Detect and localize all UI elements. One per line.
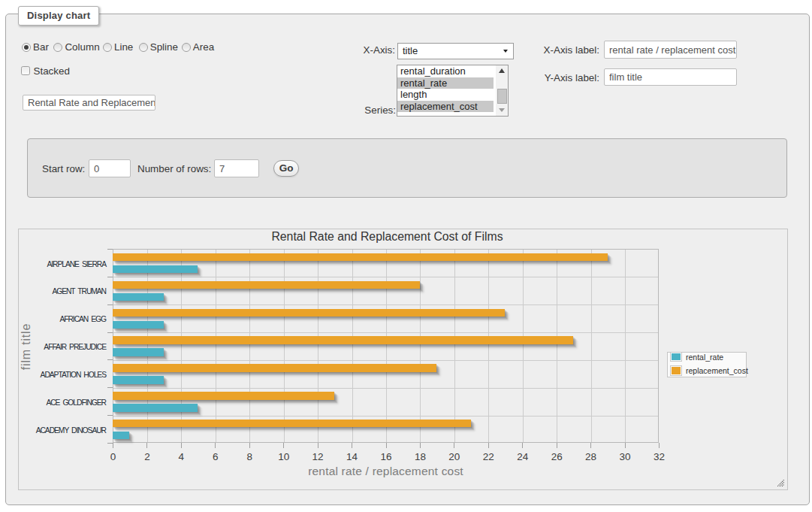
radio-label-spline: Spline bbox=[150, 41, 178, 53]
x-tick-mark bbox=[625, 443, 626, 448]
grid-line-x bbox=[557, 250, 557, 442]
grid-line-x bbox=[181, 250, 182, 442]
stacked-checkbox[interactable] bbox=[21, 66, 30, 75]
radio-bar[interactable] bbox=[22, 43, 31, 52]
y-tick-mark bbox=[107, 277, 113, 277]
x-tick-label: 10 bbox=[269, 451, 299, 462]
x-tick-mark bbox=[181, 443, 182, 448]
series-option-rental_rate[interactable]: rental_rate bbox=[397, 77, 494, 89]
chart-type-option-area: Area bbox=[182, 41, 214, 53]
chart-legend: rental_ratereplacement_cost bbox=[667, 352, 747, 377]
grid-line-x bbox=[420, 250, 421, 442]
grid-line-y bbox=[113, 388, 658, 389]
x-tick-label: 6 bbox=[201, 451, 231, 462]
x-tick-label: 22 bbox=[473, 451, 503, 462]
x-axis-selected-value: title bbox=[403, 45, 418, 56]
x-tick-mark bbox=[420, 443, 421, 448]
grid-line-x bbox=[454, 250, 455, 442]
select-dropdown-arrow-icon bbox=[503, 50, 508, 53]
x-tick-mark bbox=[146, 443, 147, 448]
grid-line-x bbox=[249, 250, 250, 442]
go-button[interactable]: Go bbox=[273, 160, 299, 177]
y-axis-label-input[interactable] bbox=[604, 68, 737, 86]
radio-label-bar: Bar bbox=[33, 41, 49, 53]
series-option-replacement_cost[interactable]: replacement_cost bbox=[397, 101, 494, 113]
grid-line-x bbox=[352, 250, 353, 442]
chart-type-option-bar: Bar bbox=[22, 41, 49, 53]
x-tick-label: 2 bbox=[132, 451, 162, 462]
series-option-rental_duration[interactable]: rental_duration bbox=[397, 65, 494, 77]
y-tick-mark bbox=[107, 332, 113, 333]
legend-item: rental_rate bbox=[670, 352, 723, 362]
x-tick-label: 24 bbox=[508, 451, 538, 462]
legend-label: rental_rate bbox=[686, 353, 723, 362]
x-tick-mark bbox=[113, 443, 113, 448]
x-tick-mark bbox=[454, 443, 454, 448]
stacked-label: Stacked bbox=[34, 65, 70, 77]
radio-line[interactable] bbox=[103, 43, 112, 52]
x-tick-label: 16 bbox=[371, 451, 401, 462]
grid-line-y bbox=[113, 304, 658, 305]
start-row-label: Start row: bbox=[42, 163, 85, 174]
listbox-scrollbar[interactable] bbox=[496, 65, 508, 116]
x-tick-mark bbox=[318, 443, 318, 448]
scrollbar-down-button[interactable] bbox=[496, 106, 508, 116]
x-axis-label-label: X-Axis label: bbox=[526, 44, 599, 56]
scroll-up-icon bbox=[499, 68, 505, 73]
x-tick-label: 14 bbox=[337, 451, 367, 462]
grid-line-y bbox=[113, 416, 658, 417]
grid-line-x bbox=[216, 250, 216, 442]
series-multiselect[interactable]: rental_durationrental_ratelengthreplacem… bbox=[397, 65, 509, 117]
x-tick-mark bbox=[590, 443, 591, 448]
category-label: AGENT TRUMAN bbox=[16, 287, 106, 295]
x-tick-label: 32 bbox=[644, 451, 675, 462]
radio-column[interactable] bbox=[53, 43, 62, 52]
start-row-input[interactable] bbox=[89, 159, 131, 177]
x-axis-select[interactable]: title bbox=[397, 43, 514, 59]
x-tick-mark bbox=[283, 443, 284, 448]
bar-replacement_cost bbox=[113, 420, 471, 427]
bar-replacement_cost bbox=[113, 309, 505, 317]
legend-swatch bbox=[672, 367, 681, 374]
scrollbar-up-button[interactable] bbox=[496, 65, 508, 75]
radio-area[interactable] bbox=[182, 43, 191, 52]
chart-title-input[interactable] bbox=[23, 95, 155, 111]
x-tick-label: 20 bbox=[439, 451, 469, 462]
grid-line-y bbox=[113, 332, 658, 333]
x-tick-label: 18 bbox=[405, 451, 435, 462]
x-tick-mark bbox=[386, 443, 387, 448]
x-tick-mark bbox=[488, 443, 489, 448]
legend-item: replacement_cost bbox=[670, 365, 748, 376]
fieldset-legend: Display chart bbox=[18, 6, 99, 26]
bar-rental_rate bbox=[113, 348, 164, 356]
x-tick-mark bbox=[522, 443, 523, 448]
resize-grip-icon[interactable] bbox=[777, 480, 784, 486]
chart-type-option-spline: Spline bbox=[139, 41, 178, 53]
grid-line-x bbox=[488, 250, 489, 442]
radio-spline[interactable] bbox=[139, 43, 148, 52]
chart-type-option-column: Column bbox=[53, 41, 99, 53]
category-label: AIRPLANE SIERRA bbox=[16, 260, 106, 268]
legend-label: replacement_cost bbox=[686, 366, 748, 375]
x-tick-label: 4 bbox=[166, 451, 196, 462]
scrollbar-thumb[interactable] bbox=[497, 89, 507, 104]
y-tick-mark bbox=[107, 387, 113, 388]
x-tick-mark bbox=[352, 443, 352, 448]
x-tick-mark bbox=[249, 443, 250, 448]
y-tick-mark bbox=[107, 415, 113, 416]
x-tick-label: 28 bbox=[576, 451, 606, 462]
bar-rental_rate bbox=[113, 404, 198, 411]
y-tick-mark bbox=[107, 249, 113, 250]
scroll-down-icon bbox=[499, 108, 505, 112]
series-option-length[interactable]: length bbox=[397, 89, 494, 101]
x-tick-label: 30 bbox=[610, 451, 640, 462]
bar-rental_rate bbox=[113, 376, 164, 383]
y-tick-mark bbox=[107, 359, 113, 360]
bar-rental_rate bbox=[113, 293, 164, 301]
number-of-rows-input[interactable] bbox=[214, 159, 259, 177]
x-axis-label-input[interactable] bbox=[604, 41, 737, 59]
grid-line-x bbox=[523, 250, 524, 442]
grid-line-x bbox=[284, 250, 285, 442]
legend-swatch-outline bbox=[670, 352, 682, 362]
category-label: ACE GOLDFINGER bbox=[16, 398, 106, 407]
